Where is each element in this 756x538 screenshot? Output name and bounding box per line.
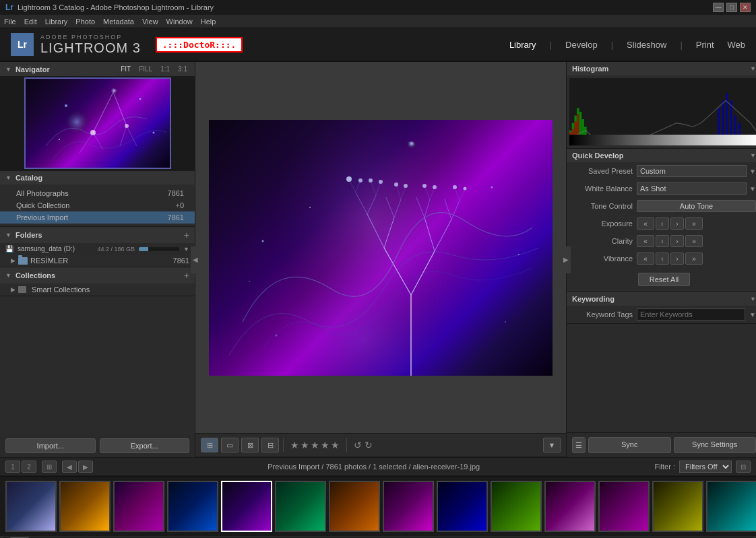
exposure-plus-btn[interactable]: › — [670, 217, 684, 230]
film-thumb-2[interactable] — [59, 481, 111, 532]
menu-view[interactable]: View — [142, 18, 158, 26]
folders-header[interactable]: ▼ Folders + — [0, 227, 195, 243]
smart-collections-item[interactable]: ▶ Smart Collections — [0, 283, 195, 296]
clarity-plus-btn[interactable]: › — [670, 235, 684, 247]
toolbar-dropdown-btn[interactable]: ▼ — [543, 438, 561, 452]
vibrance-minus-btn[interactable]: ‹ — [656, 253, 669, 265]
next-btn[interactable]: ▶ — [78, 461, 93, 473]
nav-3to1-btn[interactable]: 3:1 — [176, 65, 189, 73]
clarity-minus-btn[interactable]: ‹ — [656, 235, 669, 247]
menu-metadata[interactable]: Metadata — [103, 18, 134, 26]
catalog-all-photos[interactable]: All Photographs 7861 — [0, 187, 195, 199]
export-btn[interactable]: Export... — [100, 438, 190, 453]
saved-preset-select[interactable]: Custom — [637, 165, 747, 177]
vibrance-plus-lg-btn[interactable]: » — [685, 253, 703, 265]
exposure-plus-lg-btn[interactable]: » — [685, 217, 703, 230]
vibrance-minus-lg-btn[interactable]: « — [637, 253, 654, 265]
left-collapse-btn[interactable]: ◀ — [191, 246, 200, 273]
vibrance-plus-btn[interactable]: › — [670, 253, 684, 265]
auto-tone-btn[interactable]: Auto Tone — [637, 200, 756, 212]
catalog-previous-import[interactable]: Previous Import 7861 — [0, 211, 195, 224]
menu-window[interactable]: Window — [166, 18, 193, 26]
film-thumb-10[interactable] — [491, 481, 542, 532]
rotate-left-btn[interactable]: ↺ — [354, 440, 362, 450]
rotate-right-btn[interactable]: ↻ — [365, 440, 373, 450]
clarity-minus-lg-btn[interactable]: « — [637, 235, 654, 247]
film-thumb-6[interactable] — [275, 481, 326, 532]
drive-progress-fill — [139, 247, 148, 251]
right-collapse-btn[interactable]: ▶ — [561, 246, 571, 273]
star-4[interactable]: ★ — [321, 440, 329, 450]
navigator-header[interactable]: ▼ Navigator FIT FILL 1:1 3:1 — [0, 62, 195, 76]
exposure-minus-lg-btn[interactable]: « — [637, 217, 654, 230]
film-thumb-12[interactable] — [598, 481, 650, 532]
reset-all-btn[interactable]: Reset All — [638, 273, 690, 286]
folders-add-btn[interactable]: + — [184, 230, 189, 240]
keyword-dropdown-btn[interactable]: ▼ — [749, 311, 756, 318]
film-thumb-7[interactable] — [329, 481, 380, 532]
sync-settings-btn[interactable]: Sync Settings — [674, 437, 757, 453]
filter-select[interactable]: Filters Off — [679, 461, 732, 473]
compare-view-btn[interactable]: ⊠ — [241, 438, 259, 452]
exposure-controls: « ‹ › » — [637, 217, 703, 230]
close-btn[interactable]: ✕ — [740, 3, 751, 12]
sync-check-btn[interactable]: ☰ — [572, 437, 586, 453]
film-thumb-9[interactable] — [437, 481, 488, 532]
filter-options-btn[interactable]: ⊟ — [736, 461, 751, 473]
app-name-block: ADOBE PHOTOSHOP LIGHTROOM 3 — [40, 34, 141, 56]
sync-btn[interactable]: Sync — [588, 437, 671, 453]
svg-point-10 — [65, 104, 67, 107]
folder-resimler[interactable]: ▶ RESİMLER 7861 — [0, 255, 195, 267]
nav-fit-btn[interactable]: FIT — [119, 65, 133, 73]
drive-chevron[interactable]: ▼ — [183, 246, 189, 253]
exposure-minus-btn[interactable]: ‹ — [656, 217, 669, 230]
nav-library[interactable]: Library — [509, 40, 536, 50]
film-thumb-3[interactable] — [113, 481, 164, 532]
loupe-view-btn[interactable]: ▭ — [221, 438, 239, 452]
histogram-header[interactable]: Histogram ▼ — [567, 62, 756, 75]
nav-slideshow[interactable]: Slideshow — [627, 40, 666, 50]
film-thumb-14[interactable] — [706, 481, 756, 532]
menu-library[interactable]: Library — [45, 18, 68, 26]
menu-help[interactable]: Help — [201, 18, 216, 26]
star-5[interactable]: ★ — [331, 440, 340, 450]
catalog-quick-collection[interactable]: Quick Collection + 0 — [0, 199, 195, 211]
white-balance-select[interactable]: As Shot — [637, 182, 747, 195]
white-balance-control: As Shot ▼ — [637, 182, 756, 195]
film-thumb-5[interactable] — [221, 481, 272, 532]
maximize-btn[interactable]: □ — [726, 3, 737, 12]
star-2[interactable]: ★ — [301, 440, 309, 450]
prev-btn[interactable]: ◀ — [62, 461, 77, 473]
menu-file[interactable]: File — [4, 18, 16, 26]
collections-arrow: ▼ — [5, 272, 11, 279]
film-thumb-1[interactable] — [5, 481, 57, 532]
film-thumb-8[interactable] — [383, 481, 434, 532]
quick-develop-header[interactable]: Quick Develop ▼ — [567, 149, 756, 162]
film-thumb-4[interactable] — [167, 481, 218, 532]
keyword-tags-input[interactable] — [637, 308, 745, 321]
import-btn[interactable]: Import... — [5, 438, 96, 453]
page-1-btn[interactable]: 1 — [5, 461, 20, 473]
collections-add-btn[interactable]: + — [184, 270, 189, 281]
film-thumb-13[interactable] — [652, 481, 703, 532]
star-3[interactable]: ★ — [311, 440, 319, 450]
star-1[interactable]: ★ — [290, 440, 299, 450]
nav-fill-btn[interactable]: FILL — [137, 65, 154, 73]
nav-develop[interactable]: Develop — [565, 40, 598, 50]
nav-web[interactable]: Web — [728, 40, 746, 50]
menu-photo[interactable]: Photo — [75, 18, 95, 26]
clarity-plus-lg-btn[interactable]: » — [685, 235, 703, 247]
quick-develop-title: Quick Develop — [572, 152, 746, 160]
grid-thumb-btn[interactable]: ⊞ — [42, 461, 57, 473]
page-2-btn[interactable]: 2 — [22, 461, 36, 473]
minimize-btn[interactable]: — — [713, 3, 724, 12]
grid-view-btn[interactable]: ⊞ — [201, 438, 218, 452]
keywording-header[interactable]: Keywording ▼ — [567, 292, 756, 306]
film-thumb-11[interactable] — [544, 481, 596, 532]
survey-view-btn[interactable]: ⊟ — [261, 438, 279, 452]
nav-print[interactable]: Print — [696, 40, 714, 50]
menu-edit[interactable]: Edit — [24, 18, 37, 26]
catalog-header[interactable]: ▼ Catalog — [0, 171, 195, 184]
collections-header[interactable]: ▼ Collections + — [0, 267, 195, 283]
nav-1to1-btn[interactable]: 1:1 — [158, 65, 172, 73]
